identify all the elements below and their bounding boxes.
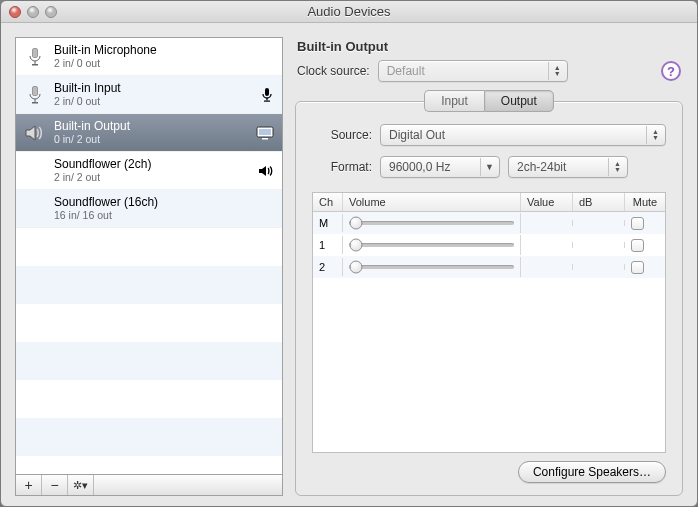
chevron-updown-icon: ▲▼ [608,158,626,176]
add-device-button[interactable]: + [16,475,42,495]
mute-checkbox[interactable] [631,261,644,274]
channel-row: 1 [313,234,665,256]
svg-rect-12 [259,129,271,135]
svg-rect-8 [265,88,269,96]
channel-header: Ch Volume Value dB Mute [313,193,665,212]
device-settings-button[interactable]: ✲▾ [68,475,94,495]
tab-output[interactable]: Output [484,90,554,112]
format-depth-select[interactable]: 2ch-24bit ▲▼ [508,156,628,178]
window-controls [9,6,57,18]
volume-slider[interactable] [349,260,514,274]
chevron-updown-icon: ▲▼ [548,62,566,80]
device-name: Built-in Input [54,82,121,96]
device-name: Soundflower (2ch) [54,158,151,172]
list-item[interactable]: Built-in Output 0 in/ 2 out [16,114,282,152]
device-io: 2 in/ 0 out [54,57,157,69]
audio-devices-window: Audio Devices Built-in Microphone 2 in/ … [0,0,698,507]
device-name: Soundflower (16ch) [54,196,158,210]
svg-rect-10 [264,100,270,101]
device-sidebar: Built-in Microphone 2 in/ 0 out Built-in… [15,37,283,496]
channel-table: Ch Volume Value dB Mute M [312,192,666,453]
speaker-icon [24,122,46,144]
device-io: 0 in/ 2 out [54,133,130,145]
svg-rect-1 [33,48,38,57]
mic-icon [24,84,46,106]
channel-row: 2 [313,256,665,278]
detail-pane: Built-in Output Clock source: Default ▲▼… [295,37,683,496]
mute-checkbox[interactable] [631,217,644,230]
svg-rect-5 [33,86,38,95]
configure-speakers-button[interactable]: Configure Speakers… [518,461,666,483]
blank-icon [24,160,46,182]
window-title: Audio Devices [1,4,697,19]
device-io: 2 in/ 2 out [54,171,151,183]
device-name: Built-in Microphone [54,44,157,58]
list-item[interactable]: Built-in Input 2 in/ 0 out [16,76,282,114]
volume-slider[interactable] [349,238,514,252]
list-item[interactable]: Soundflower (2ch) 2 in/ 2 out [16,152,282,190]
blank-icon [24,198,46,220]
default-output-icon [258,164,274,178]
close-button[interactable] [9,6,21,18]
mic-icon [24,46,46,68]
device-io: 16 in/ 16 out [54,209,158,221]
volume-slider[interactable] [349,216,514,230]
minimize-button[interactable] [27,6,39,18]
remove-device-button[interactable]: − [42,475,68,495]
list-item[interactable]: Built-in Microphone 2 in/ 0 out [16,38,282,76]
source-select[interactable]: Digital Out ▲▼ [380,124,666,146]
svg-rect-9 [266,98,267,101]
device-io: 2 in/ 0 out [54,95,121,107]
list-item[interactable]: Soundflower (16ch) 16 in/ 16 out [16,190,282,228]
io-tabs: Input Output [295,90,683,112]
chevron-down-icon: ▼ [480,158,498,176]
zoom-button[interactable] [45,6,57,18]
clock-source-label: Clock source: [297,64,370,78]
tab-input[interactable]: Input [424,90,484,112]
system-output-icon [256,126,274,140]
svg-rect-2 [35,61,36,64]
format-label: Format: [312,160,372,174]
chevron-updown-icon: ▲▼ [646,126,664,144]
svg-rect-6 [35,99,36,102]
source-label: Source: [312,128,372,142]
channel-row: M [313,212,665,234]
svg-rect-3 [32,64,38,66]
default-input-icon [260,87,274,103]
device-list[interactable]: Built-in Microphone 2 in/ 0 out Built-in… [15,37,283,474]
help-button[interactable]: ? [661,61,681,81]
sidebar-toolbar: + − ✲▾ [15,474,283,496]
title-bar: Audio Devices [1,1,697,23]
mute-checkbox[interactable] [631,239,644,252]
output-panel: Source: Digital Out ▲▼ Format: 96000,0 H… [295,101,683,496]
device-name: Built-in Output [54,120,130,134]
svg-rect-7 [32,102,38,104]
svg-rect-13 [262,138,268,140]
format-rate-select[interactable]: 96000,0 Hz ▼ [380,156,500,178]
clock-source-select[interactable]: Default ▲▼ [378,60,568,82]
detail-title: Built-in Output [297,39,681,54]
